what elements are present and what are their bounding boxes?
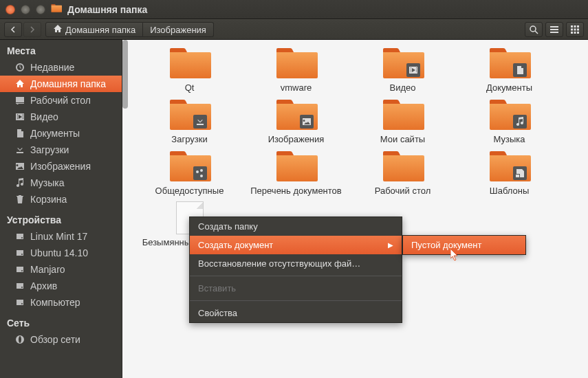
file-label: Общедоступные xyxy=(155,186,224,196)
file-item[interactable]: Мои сайты xyxy=(349,98,456,144)
file-item[interactable]: Общедоступные xyxy=(136,150,243,196)
folder-icon xyxy=(51,3,62,16)
submenu-item-label: Пустой документ xyxy=(411,240,481,250)
sidebar-item-label: Недавние xyxy=(30,62,74,73)
sidebar-item[interactable]: Изображения xyxy=(0,158,122,175)
file-item[interactable]: Qt xyxy=(136,47,243,93)
photo-emblem-icon xyxy=(300,115,314,129)
menu-item-label: Восстановление отсутствующих фай… xyxy=(198,258,360,269)
folder-icon xyxy=(168,150,211,183)
breadcrumb-home-label: Домашняя папка xyxy=(65,25,135,35)
file-item[interactable]: Перечень документов xyxy=(243,150,349,196)
menu-item-label: Вставить xyxy=(198,283,236,293)
sidebar: МестаНедавниеДомашняя папкаРабочий столВ… xyxy=(0,40,122,378)
template-emblem-icon xyxy=(513,166,527,180)
file-label: Музыка xyxy=(494,134,525,144)
hdd-icon xyxy=(14,232,26,241)
video-icon xyxy=(14,112,26,122)
menu-separator xyxy=(190,276,402,276)
sidebar-item[interactable]: Корзина xyxy=(0,191,122,208)
file-item[interactable]: Шаблоны xyxy=(456,150,563,196)
doc-icon xyxy=(14,129,26,138)
file-item[interactable]: Документы xyxy=(456,47,563,93)
sidebar-item[interactable]: Домашняя папка xyxy=(0,76,122,92)
sidebar-item[interactable]: Архив xyxy=(0,278,122,294)
file-item[interactable]: Видео xyxy=(349,47,456,93)
breadcrumb: Домашняя папка Изображения xyxy=(45,22,214,37)
svg-rect-2 xyxy=(550,29,558,30)
hdd-icon xyxy=(14,281,26,291)
menu-item-label: Создать документ xyxy=(198,240,273,250)
breadcrumb-current[interactable]: Изображения xyxy=(143,22,214,37)
sidebar-item[interactable]: Manjaro xyxy=(0,261,122,278)
file-item[interactable]: vmware xyxy=(243,47,349,93)
svg-rect-11 xyxy=(574,32,576,34)
sidebar-item-label: Видео xyxy=(30,111,58,122)
sidebar-item[interactable]: Ubuntu 14.10 xyxy=(0,245,122,261)
hdd-icon xyxy=(14,265,26,274)
folder-icon xyxy=(382,98,424,131)
file-item[interactable]: Изображения xyxy=(243,98,349,144)
folder-icon xyxy=(488,47,531,80)
context-menu-item: Вставить xyxy=(190,279,402,298)
window-maximize-button[interactable] xyxy=(36,5,45,14)
svg-rect-7 xyxy=(571,29,573,31)
music-emblem-icon xyxy=(513,115,527,129)
context-menu-item[interactable]: Восстановление отсутствующих фай… xyxy=(190,254,402,273)
context-submenu: Пустой документ xyxy=(402,235,526,255)
clock-icon xyxy=(14,63,26,72)
sidebar-item[interactable]: Недавние xyxy=(0,59,122,76)
svg-rect-9 xyxy=(577,29,579,31)
sidebar-item[interactable]: Рабочий стол xyxy=(0,92,122,109)
file-item[interactable]: Рабочий стол xyxy=(349,150,456,196)
submenu-item[interactable]: Пустой документ xyxy=(403,236,525,254)
sidebar-scrollbar[interactable] xyxy=(122,40,128,109)
sidebar-item-label: Изображения xyxy=(30,161,91,172)
sidebar-item-label: Manjaro xyxy=(30,264,65,275)
hdd-icon xyxy=(14,298,26,307)
svg-rect-10 xyxy=(571,32,573,34)
sidebar-item-label: Архив xyxy=(30,280,57,291)
context-menu-item[interactable]: Создать папку xyxy=(190,217,402,236)
sidebar-item[interactable]: Музыка xyxy=(0,175,122,191)
context-menu-item[interactable]: Создать документ▶ xyxy=(190,236,402,254)
sidebar-item[interactable]: Загрузки xyxy=(0,142,122,158)
file-label: Изображения xyxy=(268,134,325,144)
back-button[interactable] xyxy=(4,22,22,37)
search-button[interactable] xyxy=(525,22,543,37)
view-grid-button[interactable] xyxy=(566,22,584,37)
file-label: Рабочий стол xyxy=(375,186,431,196)
folder-icon xyxy=(488,150,531,183)
file-item[interactable]: Загрузки xyxy=(136,98,243,144)
context-menu-item[interactable]: Свойства xyxy=(190,304,402,322)
sidebar-item[interactable]: Документы xyxy=(0,125,122,142)
window-minimize-button[interactable] xyxy=(21,5,30,14)
file-label: Видео xyxy=(390,82,416,93)
window-close-button[interactable] xyxy=(6,5,15,14)
file-area[interactable]: QtvmwareВидеоДокументыЗагрузкиИзображени… xyxy=(122,40,588,378)
sidebar-section-header: Устройства xyxy=(0,212,122,228)
sidebar-item[interactable]: Обзор сети xyxy=(0,331,122,348)
breadcrumb-home[interactable]: Домашняя папка xyxy=(45,22,143,37)
forward-button[interactable] xyxy=(23,22,41,37)
svg-rect-8 xyxy=(574,29,576,31)
folder-icon xyxy=(488,98,531,131)
file-label: Перечень документов xyxy=(250,186,341,196)
view-list-button[interactable] xyxy=(545,22,563,37)
sidebar-item-label: Документы xyxy=(30,128,80,139)
photo-icon xyxy=(14,162,26,171)
home-icon xyxy=(14,79,26,89)
folder-icon xyxy=(275,98,318,131)
folder-icon xyxy=(382,150,424,183)
file-label: Мои сайты xyxy=(380,134,425,144)
svg-rect-6 xyxy=(577,25,579,27)
folder-icon xyxy=(168,47,211,80)
share-emblem-icon xyxy=(193,166,207,180)
download-emblem-icon xyxy=(193,115,207,129)
file-item[interactable]: Музыка xyxy=(456,98,563,144)
file-label: Документы xyxy=(486,82,532,93)
sidebar-item[interactable]: Видео xyxy=(0,109,122,125)
sidebar-item[interactable]: Linux Mint 17 xyxy=(0,228,122,245)
sidebar-item[interactable]: Компьютер xyxy=(0,294,122,311)
sidebar-item-label: Корзина xyxy=(30,194,67,205)
